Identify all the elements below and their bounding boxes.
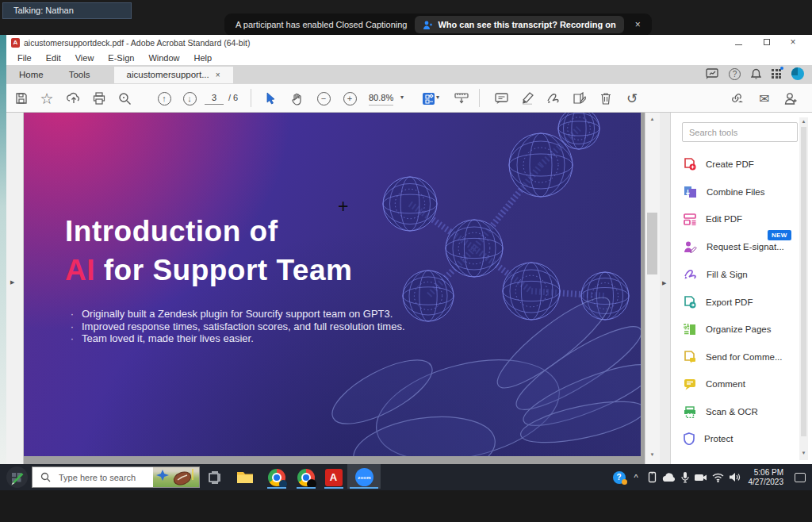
file-explorer-icon[interactable]	[235, 467, 255, 487]
chrome-icon[interactable]	[266, 467, 286, 487]
save-icon[interactable]	[13, 90, 29, 106]
talking-indicator: Talking: Nathan	[2, 2, 132, 19]
redo-icon[interactable]: ↺	[624, 90, 640, 106]
menu-edit[interactable]: Edit	[39, 53, 68, 63]
page-display-icon[interactable]	[420, 90, 436, 106]
sidebar-item-export-pdf[interactable]: Export PDF	[684, 294, 799, 310]
onedrive-cloud-icon[interactable]	[662, 473, 676, 482]
transcript-visibility-button[interactable]: Who can see this transcript? Recording o…	[415, 16, 623, 33]
scan-ocr-icon	[684, 406, 696, 418]
sidebar-item-edit-pdf[interactable]: Edit PDF	[684, 211, 799, 227]
sidebar-item-scan-ocr[interactable]: Scan & OCR	[684, 404, 799, 420]
export-pdf-icon	[684, 296, 696, 309]
favorite-star-icon[interactable]: ☆	[39, 90, 55, 106]
start-button[interactable]	[6, 466, 28, 488]
tab-home[interactable]: Home	[6, 67, 56, 83]
window-title: aicustomersupportdeck.pdf - Adobe Acroba…	[24, 38, 250, 48]
slide-title-line1: Introduction of	[65, 215, 278, 248]
scrollbar-thumb[interactable]	[647, 213, 657, 274]
hand-pan-icon[interactable]	[289, 90, 305, 106]
app-grid-icon[interactable]	[772, 69, 781, 79]
zoom-app-icon[interactable]: zoom	[354, 467, 374, 487]
next-page-icon[interactable]: ↓	[182, 90, 197, 106]
zoom-in-icon[interactable]: +	[342, 90, 358, 106]
navigation-pane-expand-icon[interactable]: ▶	[10, 279, 14, 286]
desktop-wallpaper-sliver	[0, 35, 6, 464]
highlight-pen-icon[interactable]	[519, 90, 535, 106]
sidebar-item-organize-pages[interactable]: Organize Pages	[684, 321, 799, 337]
sidebar-item-send-for-comments[interactable]: Send for Comme...	[684, 349, 799, 365]
account-avatar[interactable]	[791, 67, 804, 80]
get-help-tray-icon[interactable]: ?	[613, 471, 626, 484]
bullet-item: ·Improved response times, satisfaction s…	[69, 320, 405, 333]
sidebar-item-request-esignature[interactable]: Request E-signat...	[684, 239, 799, 255]
page-number-input[interactable]: 3	[205, 90, 224, 105]
task-view-icon[interactable]	[205, 467, 224, 487]
menu-help[interactable]: Help	[187, 53, 220, 63]
sidebar-scrollbar-thumb[interactable]	[801, 127, 806, 436]
page-display-dropdown-icon[interactable]: ▾	[436, 90, 439, 105]
sidebar-scroll-down-icon[interactable]: ▼	[799, 451, 808, 455]
sidebar-item-protect[interactable]: Protect	[684, 431, 799, 447]
comment-tool-icon[interactable]	[493, 90, 509, 106]
scroll-down-icon[interactable]: ▼	[645, 452, 660, 457]
action-center-icon[interactable]	[795, 473, 806, 482]
menu-view[interactable]: View	[68, 53, 102, 63]
sidebar-item-comment[interactable]: Comment	[684, 376, 799, 392]
protect-icon	[684, 432, 695, 445]
taskbar-clock[interactable]: 5:06 PM 4/27/2023	[749, 468, 784, 487]
email-icon[interactable]: ✉	[756, 90, 772, 106]
edit-page-icon[interactable]	[571, 90, 587, 106]
menu-file[interactable]: File	[10, 53, 39, 63]
taskbar-search-input[interactable]	[57, 472, 151, 483]
chrome-profile2-icon[interactable]	[296, 467, 316, 487]
sign-pen-icon[interactable]	[546, 90, 561, 106]
search-icon[interactable]	[117, 90, 132, 106]
tab-close-icon[interactable]: ×	[216, 71, 220, 79]
tab-tools[interactable]: Tools	[56, 67, 103, 83]
share-upload-icon[interactable]	[66, 90, 82, 106]
notifications-bell-icon[interactable]	[751, 68, 761, 80]
zoom-screenshare-screen: Talking: Nathan A participant has enable…	[0, 0, 812, 522]
volume-icon[interactable]	[729, 472, 741, 482]
measuring-tool-icon[interactable]	[454, 90, 469, 106]
tray-overflow-chevron-icon[interactable]: ^	[630, 473, 642, 482]
zoom-level-dropdown-icon[interactable]: ▾	[400, 90, 404, 105]
navigation-pane-strip[interactable]	[6, 113, 24, 464]
taskbar-search-box[interactable]	[32, 466, 200, 488]
maximize-button[interactable]	[758, 36, 776, 48]
your-phone-icon[interactable]	[647, 471, 657, 483]
minimize-button[interactable]	[730, 36, 747, 48]
scroll-up-icon[interactable]: ▲	[645, 117, 660, 121]
feedback-icon[interactable]	[705, 68, 718, 79]
search-tools-input[interactable]	[682, 122, 798, 142]
menu-window[interactable]: Window	[141, 53, 186, 63]
delete-trash-icon[interactable]	[598, 90, 614, 106]
microphone-icon[interactable]	[681, 471, 689, 483]
sidebar-item-combine-files[interactable]: Combine Files	[684, 184, 799, 200]
invite-person-icon[interactable]	[783, 90, 799, 106]
tab-document[interactable]: aicustomersupport... ×	[114, 67, 233, 83]
camera-icon[interactable]	[694, 473, 707, 482]
wifi-icon[interactable]	[712, 473, 724, 482]
close-button[interactable]: ×	[784, 36, 802, 48]
share-link-icon[interactable]	[730, 90, 745, 106]
select-cursor-icon[interactable]	[262, 90, 278, 106]
document-scrollbar[interactable]	[645, 113, 660, 464]
sidebar-item-fill-and-sign[interactable]: Fill & Sign	[684, 267, 799, 282]
sidebar-item-create-pdf[interactable]: Create PDF	[684, 156, 799, 172]
previous-page-icon[interactable]: ↑	[156, 90, 172, 106]
tools-panel-collapse-icon[interactable]: ▶	[662, 280, 666, 286]
sidebar-scroll-up-icon[interactable]: ▲	[799, 119, 808, 124]
cc-message: A participant has enabled Closed Caption…	[236, 20, 407, 29]
search-highlight-image[interactable]	[153, 467, 199, 487]
acrobat-taskbar-icon[interactable]: A	[324, 467, 343, 487]
help-icon[interactable]: ?	[729, 68, 741, 80]
zoom-level-value[interactable]: 80.8%	[369, 90, 393, 106]
zoom-out-icon[interactable]: −	[316, 90, 331, 106]
new-feature-badge: NEW	[768, 230, 791, 240]
banner-close-icon[interactable]: ×	[632, 19, 644, 30]
taskbar-search-icon	[40, 472, 51, 482]
menu-esign[interactable]: E-Sign	[101, 53, 141, 63]
print-icon[interactable]	[91, 90, 107, 106]
